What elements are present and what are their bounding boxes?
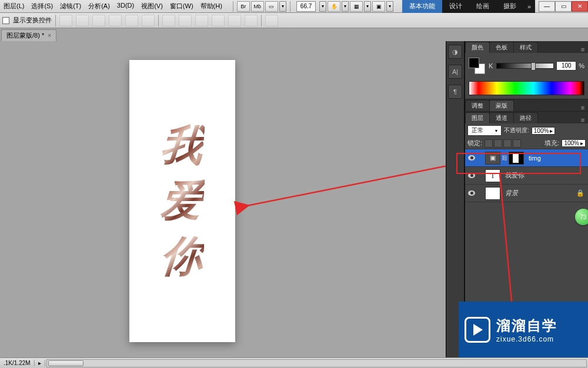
workspace-tab-essentials[interactable]: 基本功能 <box>402 0 442 13</box>
layers-panel-menu[interactable]: ≡ <box>577 116 588 123</box>
distribute-btn-5[interactable] <box>228 15 241 26</box>
layer-row-text[interactable]: T 我爱你 <box>465 167 588 185</box>
minibridge-button[interactable]: Mb <box>251 1 264 12</box>
extras-dropdown[interactable]: ▾ <box>342 1 349 12</box>
layer-visibility-toggle[interactable] <box>465 173 478 178</box>
align-btn-6[interactable] <box>142 15 155 26</box>
arrange-dropdown[interactable]: ▾ <box>364 1 371 12</box>
frame-button[interactable]: ▣ <box>372 1 385 12</box>
tab-color[interactable]: 颜色 <box>465 42 490 53</box>
color-spectrum[interactable] <box>469 81 584 95</box>
menu-view[interactable]: 视图(V) <box>138 2 166 11</box>
distribute-btn-6[interactable] <box>245 15 258 26</box>
align-btn-2[interactable] <box>76 15 89 26</box>
layer-thumb-smart[interactable]: ▣ <box>485 152 500 165</box>
zoom-input[interactable]: 66.7 <box>296 1 316 12</box>
menu-analysis[interactable]: 分析(A) <box>85 2 113 11</box>
workspace-tab-design[interactable]: 设计 <box>442 0 469 13</box>
auto-align-button[interactable] <box>265 15 278 26</box>
workspace-tab-photography[interactable]: 摄影 <box>496 0 523 13</box>
adjust-panel-menu[interactable]: ≡ <box>577 104 588 111</box>
layer-thumb-text[interactable]: T <box>485 169 500 182</box>
tips-badge[interactable]: 73 <box>575 209 588 225</box>
horizontal-scrollbar[interactable] <box>46 359 587 367</box>
history-panel-icon[interactable]: ◑ <box>448 45 462 59</box>
char-panel-icon[interactable]: A| <box>448 65 462 79</box>
lock-pixels[interactable] <box>494 139 502 148</box>
status-arrow[interactable]: ▸ <box>35 360 45 366</box>
tab-styles[interactable]: 样式 <box>513 42 538 53</box>
tab-adjustments[interactable]: 调整 <box>465 100 490 111</box>
menu-window[interactable]: 窗口(W) <box>166 2 197 11</box>
workspace-tab-painting[interactable]: 绘画 <box>469 0 496 13</box>
lock-label: 锁定: <box>467 139 482 148</box>
screen-mode-dropdown[interactable]: ▾ <box>279 1 286 12</box>
mask-link-icon[interactable]: ⛓ <box>502 152 507 165</box>
layer-row-background[interactable]: 背景 🔒 <box>465 185 588 202</box>
tab-channels[interactable]: 通道 <box>489 112 514 123</box>
window-close[interactable]: ✕ <box>572 1 588 12</box>
zoom-dropdown[interactable]: ▾ <box>319 1 326 12</box>
canvas-zone[interactable]: 我 爱 你 <box>0 41 446 357</box>
menu-select[interactable]: 选择(S) <box>28 2 56 11</box>
window-maximize[interactable]: ▭ <box>555 1 572 12</box>
hand-tool-button[interactable]: ✋ <box>328 1 340 12</box>
color-panel-body: K 100 % <box>465 53 588 79</box>
fg-swatch[interactable] <box>469 58 479 68</box>
layer-thumb-mask[interactable] <box>509 152 524 165</box>
align-btn-4[interactable] <box>109 15 122 26</box>
distribute-btn-4[interactable] <box>212 15 225 26</box>
paragraph-panel-icon[interactable]: ¶ <box>448 85 462 99</box>
blend-mode-dropdown[interactable]: 正常▾ <box>467 125 502 136</box>
fill-input[interactable]: 100%▸ <box>562 139 586 147</box>
menu-help[interactable]: 帮助(H) <box>197 2 226 11</box>
layer-name[interactable]: 背景 <box>505 189 518 198</box>
layers-lock-row: 锁定: 填充: 100%▸ <box>465 138 588 149</box>
tab-layers[interactable]: 图层 <box>465 112 490 123</box>
bridge-button[interactable]: Br <box>237 1 250 12</box>
align-btn-5[interactable] <box>125 15 138 26</box>
tab-swatches[interactable]: 色板 <box>489 42 514 53</box>
layer-name[interactable]: 我爱你 <box>505 171 524 180</box>
distribute-btn-1[interactable] <box>162 15 175 26</box>
distribute-btn-3[interactable] <box>195 15 208 26</box>
layer-visibility-toggle[interactable] <box>465 190 478 196</box>
distribute-btn-2[interactable] <box>179 15 192 26</box>
menu-3d[interactable]: 3D(D) <box>113 2 138 11</box>
opacity-input[interactable]: 100%▸ <box>532 127 556 135</box>
lock-all[interactable] <box>513 139 521 148</box>
document-tab[interactable]: 图层蒙版/8) * × <box>1 29 56 41</box>
layer-visibility-toggle[interactable] <box>465 155 478 160</box>
canvas[interactable]: 我 爱 你 <box>129 60 235 342</box>
layer-row-timg[interactable]: ▣ ⛓ timg <box>465 149 588 167</box>
menu-filter[interactable]: 滤镜(T) <box>56 2 85 11</box>
lock-transparent[interactable] <box>485 139 493 148</box>
k-slider-knob[interactable] <box>531 62 536 71</box>
show-transform-checkbox[interactable] <box>2 17 9 24</box>
screen-mode-button[interactable]: ▭ <box>265 1 278 12</box>
status-info[interactable]: .1K/1.22M <box>0 360 35 366</box>
menu-layer[interactable]: 图层(L) <box>0 2 28 11</box>
align-btn-3[interactable] <box>92 15 105 26</box>
frame-dropdown[interactable]: ▾ <box>386 1 393 12</box>
k-slider[interactable] <box>496 63 554 69</box>
window-minimize[interactable]: — <box>539 1 555 12</box>
color-panel-menu[interactable]: ≡ <box>577 46 588 53</box>
k-value-input[interactable]: 100 <box>556 61 576 71</box>
tab-paths[interactable]: 路径 <box>513 112 538 123</box>
layer-thumb-bg[interactable] <box>485 187 500 200</box>
fgbg-swatch[interactable] <box>469 58 485 74</box>
layer-name[interactable]: timg <box>529 155 541 162</box>
watermark: 溜溜自学 zixue.3d66.com <box>459 302 588 357</box>
arrange-button[interactable]: ▦ <box>350 1 363 12</box>
adjust-panel: 调整 蒙版 ≡ 73 <box>465 99 588 112</box>
document-tab-close[interactable]: × <box>48 32 51 39</box>
tab-masks[interactable]: 蒙版 <box>489 100 514 111</box>
lock-position[interactable] <box>503 139 512 148</box>
canvas-text-2: 爱 <box>159 173 206 229</box>
eye-icon <box>468 190 475 196</box>
scrollbar-thumb[interactable] <box>48 360 83 366</box>
options-bar: 显示变换控件 <box>0 13 588 28</box>
workspace-more[interactable]: » <box>523 0 535 13</box>
align-btn-1[interactable] <box>59 15 72 26</box>
